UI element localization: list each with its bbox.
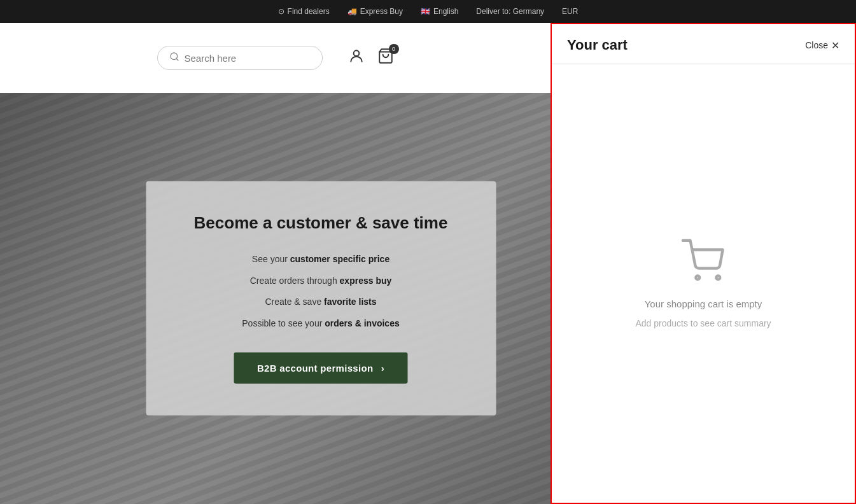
search-input[interactable] — [185, 53, 311, 64]
language-label: English — [433, 7, 458, 16]
truck-icon: 🚚 — [347, 7, 357, 16]
currency-label: EUR — [562, 7, 578, 16]
b2b-permission-button[interactable]: B2B account permission › — [234, 353, 407, 384]
cart-badge: 0 — [389, 44, 399, 54]
language-selector[interactable]: 🇬🇧 English — [421, 7, 458, 16]
promo-feature-2: Create orders through express buy — [184, 274, 458, 287]
svg-point-2 — [353, 50, 359, 56]
cart-close-button[interactable]: Close ✕ — [805, 39, 839, 52]
svg-point-4 — [696, 276, 699, 279]
cart-icon[interactable]: 0 — [377, 48, 394, 68]
flag-icon: 🇬🇧 — [421, 7, 430, 16]
find-dealers-link[interactable]: ⊙ Find dealers — [278, 7, 330, 16]
delivery-location[interactable]: Deliver to: Germany — [476, 7, 544, 16]
search-bar[interactable] — [157, 46, 323, 70]
user-account-icon[interactable] — [348, 48, 365, 68]
main-layout: 0 Become a customer & save time See your… — [0, 23, 856, 504]
cart-title: Your cart — [567, 37, 628, 53]
cart-body: Your shopping cart is empty Add products… — [552, 64, 855, 503]
website-side: 0 Become a customer & save time See your… — [0, 23, 551, 504]
top-bar: ⊙ Find dealers 🚚 Express Buy 🇬🇧 English … — [0, 0, 856, 23]
express-buy-label: Express Buy — [360, 7, 403, 16]
promo-features-list: See your customer specific price Create … — [184, 253, 458, 330]
deliver-to-label: Deliver to: Germany — [476, 7, 544, 16]
currency-selector[interactable]: EUR — [562, 7, 578, 16]
location-icon: ⊙ — [278, 7, 284, 16]
express-buy-link[interactable]: 🚚 Express Buy — [347, 7, 403, 16]
promo-feature-1: See your customer specific price — [184, 253, 458, 266]
empty-cart-message: Your shopping cart is empty — [645, 298, 762, 309]
promo-feature-3: Create & save favorite lists — [184, 296, 458, 309]
hero-area: Become a customer & save time See your c… — [0, 93, 551, 504]
search-icon — [169, 52, 179, 64]
promo-title: Become a customer & save time — [184, 213, 458, 233]
empty-cart-sub-message: Add products to see cart summary — [635, 318, 771, 328]
svg-point-5 — [716, 276, 720, 279]
site-header: 0 — [0, 23, 551, 93]
find-dealers-label: Find dealers — [288, 7, 330, 16]
header-icons: 0 — [348, 48, 394, 68]
svg-line-1 — [176, 59, 178, 60]
promo-card: Become a customer & save time See your c… — [146, 181, 496, 416]
empty-cart-icon — [681, 239, 726, 290]
promo-feature-4: Possible to see your orders & invoices — [184, 318, 458, 330]
cart-panel: Your cart Close ✕ Your shopping cart is … — [551, 23, 856, 504]
close-icon: ✕ — [831, 39, 839, 52]
cart-header: Your cart Close ✕ — [552, 24, 855, 64]
arrow-icon: › — [381, 363, 384, 374]
close-label: Close — [805, 40, 828, 50]
